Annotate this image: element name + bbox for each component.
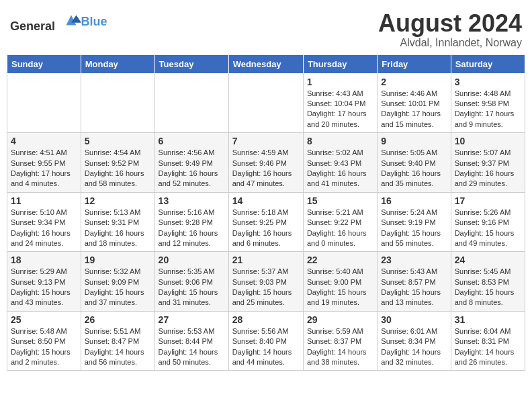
weekday-header-tuesday: Tuesday xyxy=(154,54,228,73)
day-number-14: 14 xyxy=(232,195,300,206)
day-cell-3: 3Sunrise: 4:48 AM Sunset: 9:58 PM Daylig… xyxy=(451,73,525,133)
day-cell-10: 10Sunrise: 5:07 AM Sunset: 9:37 PM Dayli… xyxy=(451,133,525,193)
day-info-3: Sunrise: 4:48 AM Sunset: 9:58 PM Dayligh… xyxy=(455,89,521,130)
day-info-23: Sunrise: 5:43 AM Sunset: 8:57 PM Dayligh… xyxy=(381,267,447,308)
logo: General Blue xyxy=(10,10,107,34)
week-row-5: 25Sunrise: 5:48 AM Sunset: 8:50 PM Dayli… xyxy=(7,311,525,371)
day-number-6: 6 xyxy=(159,136,225,146)
weekday-header-saturday: Saturday xyxy=(451,54,525,73)
day-info-15: Sunrise: 5:21 AM Sunset: 9:22 PM Dayligh… xyxy=(307,208,373,249)
logo-icon xyxy=(61,10,81,30)
day-info-21: Sunrise: 5:37 AM Sunset: 9:03 PM Dayligh… xyxy=(232,267,300,308)
day-cell-18: 18Sunrise: 5:29 AM Sunset: 9:13 PM Dayli… xyxy=(7,252,81,312)
month-title: August 2024 xyxy=(378,10,522,37)
day-info-31: Sunrise: 6:04 AM Sunset: 8:31 PM Dayligh… xyxy=(455,326,521,368)
day-info-10: Sunrise: 5:07 AM Sunset: 9:37 PM Dayligh… xyxy=(455,148,521,189)
day-number-10: 10 xyxy=(455,136,521,146)
day-info-22: Sunrise: 5:40 AM Sunset: 9:00 PM Dayligh… xyxy=(307,267,373,308)
day-cell-5: 5Sunrise: 4:54 AM Sunset: 9:52 PM Daylig… xyxy=(81,133,154,193)
day-cell-16: 16Sunrise: 5:24 AM Sunset: 9:19 PM Dayli… xyxy=(378,192,451,252)
day-cell-25: 25Sunrise: 5:48 AM Sunset: 8:50 PM Dayli… xyxy=(7,311,81,371)
day-number-23: 23 xyxy=(381,255,447,265)
day-cell-11: 11Sunrise: 5:10 AM Sunset: 9:34 PM Dayli… xyxy=(7,192,81,252)
day-cell-24: 24Sunrise: 5:45 AM Sunset: 8:53 PM Dayli… xyxy=(451,252,525,312)
weekday-header-sunday: Sunday xyxy=(7,54,81,73)
day-cell-17: 17Sunrise: 5:26 AM Sunset: 9:16 PM Dayli… xyxy=(451,192,525,252)
day-number-19: 19 xyxy=(85,255,151,265)
day-info-13: Sunrise: 5:16 AM Sunset: 9:28 PM Dayligh… xyxy=(159,208,225,249)
day-number-22: 22 xyxy=(307,255,373,265)
day-info-28: Sunrise: 5:56 AM Sunset: 8:40 PM Dayligh… xyxy=(232,326,300,368)
logo-blue: Blue xyxy=(81,15,107,28)
day-number-9: 9 xyxy=(381,136,447,146)
day-info-5: Sunrise: 4:54 AM Sunset: 9:52 PM Dayligh… xyxy=(85,148,151,189)
day-cell-31: 31Sunrise: 6:04 AM Sunset: 8:31 PM Dayli… xyxy=(451,311,525,371)
day-info-14: Sunrise: 5:18 AM Sunset: 9:25 PM Dayligh… xyxy=(232,208,300,249)
day-info-8: Sunrise: 5:02 AM Sunset: 9:43 PM Dayligh… xyxy=(307,148,373,189)
day-cell-19: 19Sunrise: 5:32 AM Sunset: 9:09 PM Dayli… xyxy=(81,252,154,312)
week-row-3: 11Sunrise: 5:10 AM Sunset: 9:34 PM Dayli… xyxy=(7,192,525,252)
day-number-11: 11 xyxy=(11,195,77,206)
day-cell-15: 15Sunrise: 5:21 AM Sunset: 9:22 PM Dayli… xyxy=(303,192,377,252)
day-number-15: 15 xyxy=(307,195,373,206)
day-info-18: Sunrise: 5:29 AM Sunset: 9:13 PM Dayligh… xyxy=(11,267,77,308)
day-number-20: 20 xyxy=(159,255,225,265)
day-cell-12: 12Sunrise: 5:13 AM Sunset: 9:31 PM Dayli… xyxy=(81,192,154,252)
day-cell-8: 8Sunrise: 5:02 AM Sunset: 9:43 PM Daylig… xyxy=(303,133,377,193)
day-info-26: Sunrise: 5:51 AM Sunset: 8:47 PM Dayligh… xyxy=(85,326,151,368)
weekday-header-friday: Friday xyxy=(378,54,451,73)
day-info-25: Sunrise: 5:48 AM Sunset: 8:50 PM Dayligh… xyxy=(11,326,77,368)
day-cell-6: 6Sunrise: 4:56 AM Sunset: 9:49 PM Daylig… xyxy=(154,133,228,193)
day-info-19: Sunrise: 5:32 AM Sunset: 9:09 PM Dayligh… xyxy=(85,267,151,308)
day-info-4: Sunrise: 4:51 AM Sunset: 9:55 PM Dayligh… xyxy=(11,148,77,189)
day-cell-2: 2Sunrise: 4:46 AM Sunset: 10:01 PM Dayli… xyxy=(378,73,451,133)
day-number-27: 27 xyxy=(159,314,225,325)
day-number-2: 2 xyxy=(381,77,447,87)
day-number-1: 1 xyxy=(307,77,373,87)
location-subtitle: Alvdal, Innlandet, Norway xyxy=(378,37,522,49)
day-number-12: 12 xyxy=(85,195,151,206)
day-number-21: 21 xyxy=(232,255,300,265)
empty-cell xyxy=(154,73,228,133)
header: General Blue August 2024 Alvdal, Innland… xyxy=(7,7,525,49)
empty-cell xyxy=(81,73,154,133)
day-cell-28: 28Sunrise: 5:56 AM Sunset: 8:40 PM Dayli… xyxy=(228,311,303,371)
day-info-16: Sunrise: 5:24 AM Sunset: 9:19 PM Dayligh… xyxy=(381,208,447,249)
day-number-13: 13 xyxy=(159,195,225,206)
day-number-25: 25 xyxy=(11,314,77,325)
day-number-17: 17 xyxy=(455,195,521,206)
weekday-header-wednesday: Wednesday xyxy=(228,54,303,73)
empty-cell xyxy=(7,73,81,133)
day-number-7: 7 xyxy=(232,136,300,146)
day-cell-1: 1Sunrise: 4:43 AM Sunset: 10:04 PM Dayli… xyxy=(303,73,377,133)
week-row-2: 4Sunrise: 4:51 AM Sunset: 9:55 PM Daylig… xyxy=(7,133,525,193)
day-info-12: Sunrise: 5:13 AM Sunset: 9:31 PM Dayligh… xyxy=(85,208,151,249)
day-info-9: Sunrise: 5:05 AM Sunset: 9:40 PM Dayligh… xyxy=(381,148,447,189)
day-info-27: Sunrise: 5:53 AM Sunset: 8:44 PM Dayligh… xyxy=(159,326,225,368)
weekday-header-monday: Monday xyxy=(81,54,154,73)
day-info-29: Sunrise: 5:59 AM Sunset: 8:37 PM Dayligh… xyxy=(307,326,373,368)
day-cell-26: 26Sunrise: 5:51 AM Sunset: 8:47 PM Dayli… xyxy=(81,311,154,371)
day-cell-7: 7Sunrise: 4:59 AM Sunset: 9:46 PM Daylig… xyxy=(228,133,303,193)
day-number-16: 16 xyxy=(381,195,447,206)
day-number-8: 8 xyxy=(307,136,373,146)
day-cell-14: 14Sunrise: 5:18 AM Sunset: 9:25 PM Dayli… xyxy=(228,192,303,252)
day-info-7: Sunrise: 4:59 AM Sunset: 9:46 PM Dayligh… xyxy=(232,148,300,189)
day-cell-21: 21Sunrise: 5:37 AM Sunset: 9:03 PM Dayli… xyxy=(228,252,303,312)
day-info-30: Sunrise: 6:01 AM Sunset: 8:34 PM Dayligh… xyxy=(381,326,447,368)
day-cell-13: 13Sunrise: 5:16 AM Sunset: 9:28 PM Dayli… xyxy=(154,192,228,252)
day-number-31: 31 xyxy=(455,314,521,325)
day-number-4: 4 xyxy=(11,136,77,146)
day-info-11: Sunrise: 5:10 AM Sunset: 9:34 PM Dayligh… xyxy=(11,208,77,249)
calendar: SundayMondayTuesdayWednesdayThursdayFrid… xyxy=(7,54,525,371)
week-row-4: 18Sunrise: 5:29 AM Sunset: 9:13 PM Dayli… xyxy=(7,252,525,312)
day-number-28: 28 xyxy=(232,314,300,325)
day-info-20: Sunrise: 5:35 AM Sunset: 9:06 PM Dayligh… xyxy=(159,267,225,308)
day-info-24: Sunrise: 5:45 AM Sunset: 8:53 PM Dayligh… xyxy=(455,267,521,308)
weekday-header-thursday: Thursday xyxy=(303,54,377,73)
day-cell-22: 22Sunrise: 5:40 AM Sunset: 9:00 PM Dayli… xyxy=(303,252,377,312)
logo-general: General xyxy=(10,19,55,33)
day-cell-9: 9Sunrise: 5:05 AM Sunset: 9:40 PM Daylig… xyxy=(378,133,451,193)
week-row-1: 1Sunrise: 4:43 AM Sunset: 10:04 PM Dayli… xyxy=(7,73,525,133)
day-number-26: 26 xyxy=(85,314,151,325)
